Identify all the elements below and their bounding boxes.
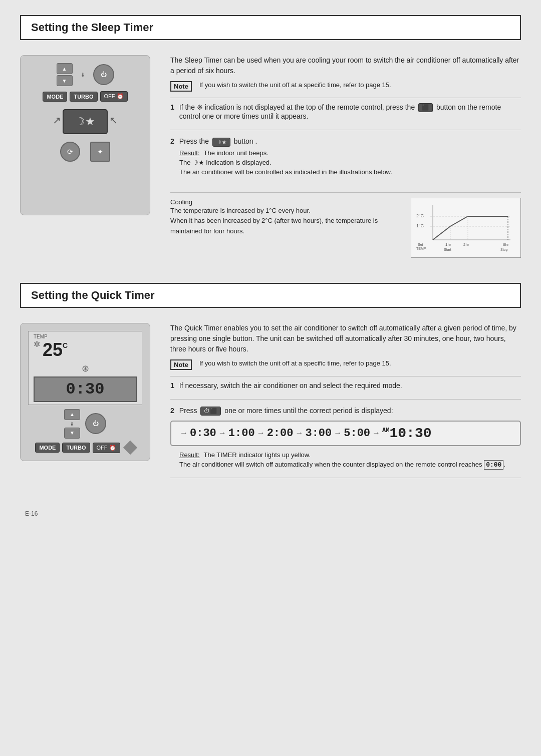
page: Setting the Sleep Timer ▲ ▼ 🌡 ⏻: [20, 0, 521, 532]
temp-value-display: 25 C: [43, 339, 68, 360]
temp-display: TEMP ✲ 25 C ⊛: [28, 331, 142, 405]
chart-x-2hr: 2hr: [463, 242, 469, 247]
temp-number: 25: [43, 339, 63, 360]
quick-result-text1: The TIMER indicator lights up yellow.: [203, 451, 311, 459]
quick-step2-text: Press ⏱⬛ one or more times until the cor…: [179, 407, 393, 416]
arrow3: →: [295, 429, 303, 438]
quick-step2: 2 Press ⏱⬛ one or more times until the c…: [170, 407, 521, 478]
arrow5: →: [372, 429, 380, 438]
up-arrow-btn[interactable]: ▲: [57, 63, 73, 74]
chart-stop-time: time: [501, 252, 507, 252]
diagonal-mark: [123, 441, 137, 455]
timer-display: 0:30: [34, 376, 137, 402]
quick-timer-left: TEMP ✲ 25 C ⊛: [20, 323, 155, 485]
off-button[interactable]: OFF ⏰: [100, 91, 128, 102]
quick-power-btn[interactable]: ⏻: [85, 413, 106, 434]
sleep-step1-text: If the ※ indication is not displayed at …: [179, 103, 521, 120]
page-number: E-16: [25, 510, 38, 517]
temp-chart-svg: 2°C 1°C: [415, 202, 515, 252]
thermometer-icon: 🌡: [64, 421, 80, 427]
divider1: [170, 98, 521, 98]
quick-turbo-btn[interactable]: TURBO: [62, 443, 90, 453]
quick-mode-btn[interactable]: MODE: [35, 443, 60, 453]
result-label1: Result:: [179, 149, 199, 157]
remote-btn-inline[interactable]: ⬛: [418, 103, 433, 112]
temp-unit: C: [63, 341, 68, 349]
power-button[interactable]: ⏻: [93, 64, 114, 85]
quick-step2-result: Result: The TIMER indicator lights up ye…: [179, 451, 521, 469]
cooling-text-block: Cooling The temperature is increased by …: [170, 198, 401, 258]
divider3: [170, 376, 521, 376]
wifi-icon: ⊛: [82, 363, 89, 374]
quick-step1: 1 If necessary, switch the air condition…: [170, 382, 521, 400]
quick-timer-section: Setting the Quick Timer TEMP ✲ 25 C: [20, 283, 521, 495]
quick-step1-num: 1: [170, 382, 174, 390]
chart-temp-label: TEMP.: [416, 247, 427, 250]
quick-note-label: Note: [170, 359, 192, 370]
arrow0: →: [180, 429, 188, 438]
result-text2: The ☽★ indication is displayed.: [179, 159, 272, 166]
sleep-timer-left: ▲ ▼ 🌡 ⏻ MODE TURBO OFF ⏰ ☽★: [20, 55, 155, 258]
remote-top-row: ▲ ▼ 🌡 ⏻: [28, 63, 142, 86]
temp-display-row: ✲ 25 C: [34, 339, 137, 360]
mode-button[interactable]: MODE: [43, 92, 67, 102]
quick-result-text2: The air conditioner will switch off auto…: [179, 461, 505, 469]
turbo-button[interactable]: TURBO: [70, 92, 97, 102]
quick-remote-control: TEMP ✲ 25 C ⊛: [20, 323, 150, 461]
result-line3: The air conditioner will be controlled a…: [179, 168, 521, 176]
divider2: [170, 192, 521, 193]
temp-indicator: 🌡: [80, 72, 86, 78]
timer-display-value: 0:30: [66, 380, 105, 399]
quick-result-line2: The air conditioner will switch off auto…: [179, 461, 521, 469]
sleep-timer-note: Note If you wish to switch the unit off …: [170, 81, 521, 92]
quick-down-btn[interactable]: ▼: [64, 428, 80, 439]
moon-btn-press[interactable]: ☽★: [212, 138, 230, 147]
timer-seq-0: 0:30: [190, 427, 216, 440]
sleep-step1-num: 1: [170, 103, 174, 120]
chart-x-1hr: 1hr: [445, 242, 451, 247]
quick-timer-title: Setting the Quick Timer: [20, 283, 521, 308]
quick-up-btn[interactable]: ▲: [64, 409, 80, 420]
chart-start-time: time: [444, 252, 451, 252]
sleep-step2-result: Result: The indoor unit beeps. The ☽★ in…: [179, 149, 521, 176]
timer-seq-1: 1:00: [228, 427, 255, 440]
sleep-note-text: If you wish to switch the unit off at a …: [199, 81, 391, 92]
wifi-icon-area: ⊛: [34, 363, 137, 374]
result-line1: Result: The indoor unit beeps.: [179, 149, 521, 157]
cooling-section: Cooling The temperature is increased by …: [170, 198, 521, 258]
timer-sequence: → 0:30 → 1:00 → 2:00 → 3:00 → 5:00 → AM1…: [170, 421, 521, 446]
quick-result-label: Result:: [179, 451, 199, 459]
chart-stop-label: Stop: [500, 248, 508, 252]
moon-sleep-button[interactable]: ☽★: [63, 109, 108, 134]
zero-display: 0:00: [484, 460, 503, 470]
sleep-remote-control: ▲ ▼ 🌡 ⏻ MODE TURBO OFF ⏰ ☽★: [20, 55, 150, 215]
sleep-timer-title: Setting the Sleep Timer: [20, 15, 521, 40]
fan-icon[interactable]: ✦: [90, 142, 110, 162]
timer-seq-5: AM10:30: [382, 426, 431, 441]
chart-start-label: Start: [444, 248, 451, 251]
moon-btn-container: ☽★ ↗ ↗: [63, 109, 108, 134]
snowflake-icon: ✲: [34, 339, 40, 349]
quick-off-btn[interactable]: OFF ⏰: [93, 443, 120, 453]
cooling-chart: 2°C 1°C: [411, 198, 521, 258]
quick-step2-header: 2 Press ⏱⬛ one or more times until the c…: [170, 407, 521, 416]
chart-y-label-1c: 1°C: [416, 223, 424, 228]
sleep-step2: 2 Press the ☽★ button . Result: The indo…: [170, 137, 521, 185]
temp-display-label: TEMP: [34, 334, 137, 339]
quick-timer-intro: The Quick Timer enables you to set the a…: [170, 323, 521, 354]
quick-step2-num: 2: [170, 407, 174, 416]
sleep-step1: 1 If the ※ indication is not displayed a…: [170, 103, 521, 130]
quick-timer-press-btn[interactable]: ⏱⬛: [200, 407, 221, 416]
down-arrow-btn[interactable]: ▼: [57, 75, 73, 86]
right-arrow-indicator: ↗: [109, 114, 118, 126]
sleep-step2-header: 2 Press the ☽★ button .: [170, 137, 521, 146]
timer-icon[interactable]: ⟳: [60, 142, 80, 162]
quick-timer-note: Note If you wish to switch the unit off …: [170, 359, 521, 370]
result-text1: The indoor unit beeps.: [203, 149, 268, 157]
cooling-desc: The temperature is increased by 1°C ever…: [170, 206, 401, 237]
arrow4: →: [334, 429, 342, 438]
chart-y-label-2c: 2°C: [416, 213, 424, 218]
chart-set-label: Set: [418, 243, 423, 246]
am-superscript: AM: [382, 427, 389, 434]
quick-timer-right: The Quick Timer enables you to set the a…: [170, 323, 521, 485]
